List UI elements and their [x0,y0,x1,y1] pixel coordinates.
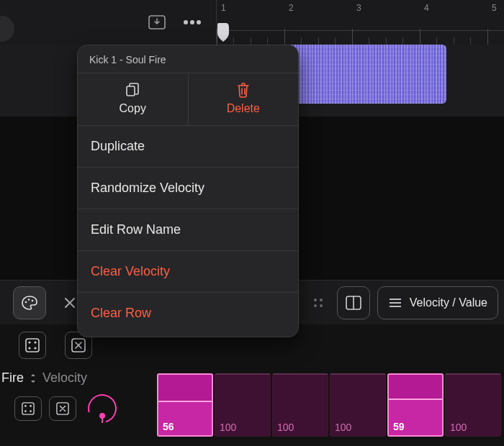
step-value-line [158,401,212,402]
svg-rect-19 [22,403,34,414]
ruler-minor-tick [386,37,387,45]
track-name[interactable]: Fire [1,370,24,386]
velocity-mode-label: Velocity / Value [410,296,487,309]
ruler-minor-tick [402,37,403,45]
step-cell[interactable]: 56 [157,373,213,437]
copy-icon [125,82,140,98]
context-item-randomize-velocity[interactable]: Randomize Velocity [78,168,298,209]
clear-square-icon [71,338,86,352]
parameter-label[interactable]: Velocity [42,370,87,386]
context-copy-label: Copy [120,102,146,115]
library-download-icon[interactable] [148,15,166,29]
step-value-line [273,373,328,375]
step-value-label: 100 [220,422,236,433]
ruler-major-tick [487,29,488,45]
step-cell[interactable]: 100 [215,373,271,437]
knob-dot-icon [99,413,105,419]
ruler-minor-tick [335,37,336,45]
step-cell[interactable]: 100 [272,373,328,437]
context-menu-title: Kick 1 - Soul Fire [78,45,298,73]
svg-point-6 [28,299,30,301]
step-value-line [215,373,270,375]
close-panel-button[interactable] [63,296,76,309]
palette-icon [21,295,38,311]
context-menu: Kick 1 - Soul Fire Copy Delete Duplicate… [77,45,299,337]
ruler-baseline [217,30,504,31]
context-item-edit-row-name[interactable]: Edit Row Name [78,209,298,251]
svg-point-3 [197,20,201,24]
step-value-line [389,399,442,400]
svg-point-22 [24,410,27,412]
top-toolbar: 1 2 3 4 5 [0,0,504,45]
svg-point-16 [28,347,30,349]
step-sequencer-panel: Fire Velocity 5610010010059100 [0,366,504,446]
ruler-major-tick [352,29,353,45]
context-item-clear-row[interactable]: Clear Row [78,293,298,337]
dice-button[interactable] [19,332,46,359]
step-value-line [330,373,385,375]
ruler-minor-tick [267,37,268,45]
context-copy-button[interactable]: Copy [78,73,188,125]
row-clear-button[interactable] [49,396,76,421]
row-header: Fire Velocity [0,366,154,446]
svg-point-20 [24,405,27,407]
ruler-minor-tick [369,37,369,45]
context-item-duplicate[interactable]: Duplicate [78,126,298,168]
row-selector-icon[interactable] [30,373,37,383]
trash-icon [236,82,251,98]
close-icon [63,296,76,309]
context-delete-label: Delete [227,102,260,115]
svg-point-1 [184,20,188,24]
svg-rect-13 [26,339,39,352]
velocity-knob[interactable] [88,394,117,423]
ruler-major-tick [420,29,420,45]
step-cell[interactable]: 100 [330,373,386,437]
context-delete-button[interactable]: Delete [188,73,299,125]
ruler-major-tick [284,29,285,45]
ruler-minor-tick [251,37,251,45]
palette-button[interactable] [13,286,46,319]
svg-point-5 [25,301,27,304]
ruler-minor-tick [301,37,302,45]
ruler-minor-tick [454,37,454,45]
panel-layout-button[interactable] [337,286,370,319]
svg-point-21 [30,405,32,407]
step-cell[interactable]: 59 [387,373,444,437]
svg-point-2 [190,20,194,24]
toolbar-left-group [0,0,216,45]
svg-rect-4 [127,86,135,96]
step-value-label: 100 [277,422,294,433]
step-cells: 5610010010059100 [154,366,504,446]
step-cell[interactable]: 100 [445,373,501,437]
step-value-label: 100 [450,422,467,433]
svg-point-17 [34,347,36,349]
dice-icon [25,338,40,352]
ruler-tick: 1 [221,3,226,13]
drag-handle[interactable] [314,299,324,307]
ruler-minor-tick [436,37,437,45]
svg-point-23 [30,410,32,412]
ruler-tick: 4 [424,3,429,13]
velocity-mode-button[interactable]: Velocity / Value [377,286,498,319]
ruler-tick: 3 [356,3,361,13]
list-icon [388,297,402,309]
step-value-label: 56 [163,421,174,432]
ruler-tick: 2 [289,3,294,13]
more-icon[interactable] [183,19,202,25]
step-value-label: 100 [335,422,351,433]
step-value-line [446,373,500,375]
ruler-minor-tick [233,37,234,45]
context-item-clear-velocity[interactable]: Clear Velocity [78,251,298,293]
svg-point-14 [28,341,30,343]
step-value-label: 59 [393,421,405,432]
svg-point-7 [32,300,34,302]
ruler-minor-tick [470,37,471,45]
row-dice-button[interactable] [14,396,42,421]
dice-icon [22,402,35,415]
ruler-tick: 5 [492,3,497,13]
svg-point-15 [34,341,36,343]
ruler-minor-tick [318,37,319,45]
split-columns-icon [346,296,361,310]
timeline-ruler[interactable]: 1 2 3 4 5 [216,0,504,45]
playhead-marker[interactable] [216,23,230,45]
